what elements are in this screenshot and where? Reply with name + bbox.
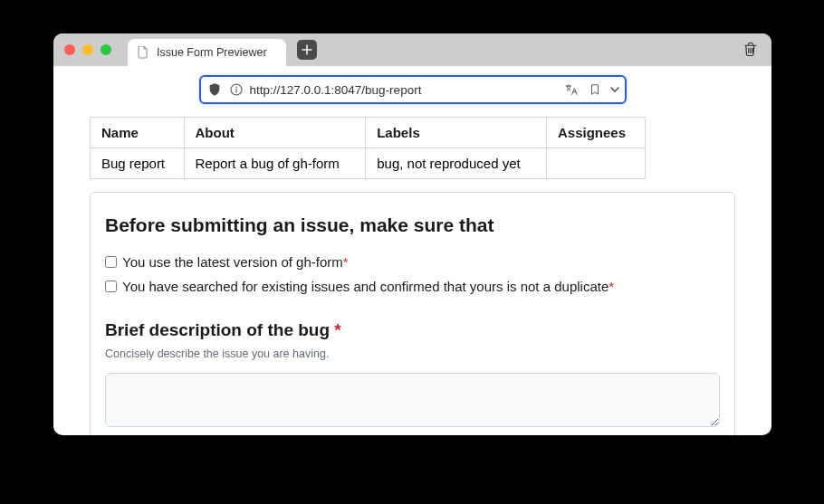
chevron-down-icon[interactable] [610, 85, 619, 94]
close-window-button[interactable] [64, 44, 75, 55]
table-row: Bug report Report a bug of gh-form bug, … [91, 148, 646, 179]
th-name: Name [91, 118, 185, 148]
maximize-window-button[interactable] [101, 44, 111, 55]
table-header-row: Name About Labels Assignees [91, 118, 646, 148]
preamble-heading: Before submitting an issue, make sure th… [105, 214, 720, 236]
issue-form: Before submitting an issue, make sure th… [90, 192, 735, 435]
browser-window: Issue Form Previewer [53, 33, 771, 435]
address-bar-actions [563, 81, 619, 98]
trash-icon[interactable] [743, 41, 761, 59]
td-assignees [547, 148, 646, 179]
toolbar [53, 66, 771, 111]
minimize-window-button[interactable] [82, 44, 93, 55]
precheck-label: You have searched for existing issues an… [122, 279, 608, 294]
page-content: Name About Labels Assignees Bug report R… [53, 111, 771, 435]
brief-description-input[interactable] [105, 373, 720, 427]
window-controls [64, 44, 111, 55]
field-heading-text: Brief description of the bug [105, 320, 334, 339]
precheck-item[interactable]: You have searched for existing issues an… [105, 277, 720, 298]
th-assignees: Assignees [547, 118, 646, 148]
th-labels: Labels [366, 118, 547, 148]
required-mark: * [334, 320, 340, 339]
required-mark: * [343, 254, 349, 270]
field-help-text: Concisely describe the issue you are hav… [105, 347, 720, 360]
td-name: Bug report [91, 148, 185, 179]
tab-title: Issue Form Previewer [157, 46, 267, 59]
field-heading: Brief description of the bug * [105, 320, 720, 340]
precheck-label: You use the latest version of gh-form [122, 254, 343, 270]
precheck-checkbox-2[interactable] [105, 281, 117, 292]
shield-icon[interactable] [206, 81, 223, 98]
svg-point-1 [235, 87, 237, 89]
new-tab-button[interactable] [297, 40, 317, 60]
th-about: About [184, 118, 366, 148]
bookmark-icon[interactable] [587, 81, 603, 98]
precheck-checkbox-1[interactable] [105, 256, 117, 268]
browser-tab[interactable]: Issue Form Previewer [128, 39, 286, 66]
address-bar[interactable] [199, 75, 627, 104]
titlebar: Issue Form Previewer [53, 33, 771, 66]
td-labels: bug, not reproduced yet [366, 148, 547, 179]
info-icon[interactable] [228, 81, 244, 98]
required-mark: * [608, 279, 614, 294]
td-about: Report a bug of gh-form [184, 148, 366, 179]
precheck-item[interactable]: You use the latest version of gh-form* [105, 252, 720, 273]
document-icon [137, 46, 149, 59]
metadata-table: Name About Labels Assignees Bug report R… [90, 117, 646, 179]
url-input[interactable] [250, 83, 558, 97]
translate-icon[interactable] [563, 81, 580, 98]
